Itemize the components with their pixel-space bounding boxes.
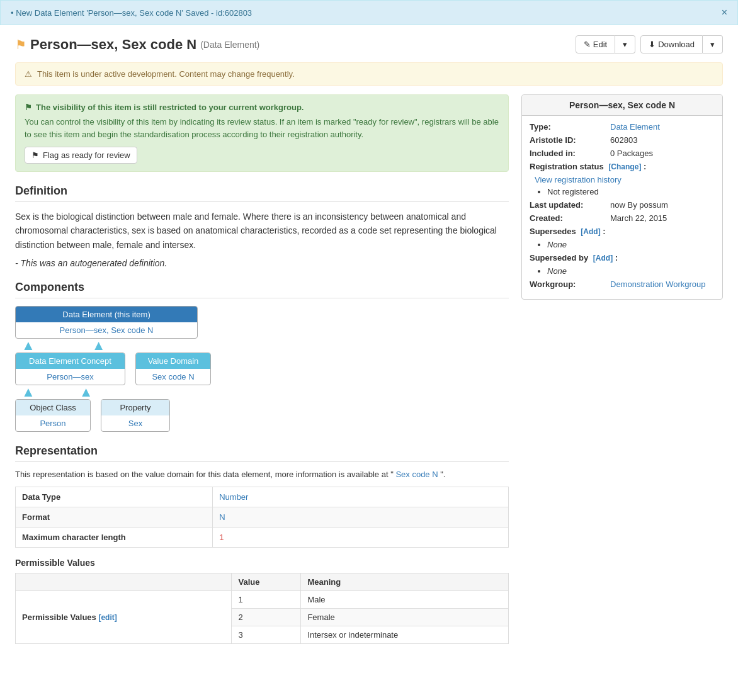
included-label: Included in:: [530, 149, 605, 158]
arrow-oc: ▲: [21, 385, 35, 399]
info-panel-body: Type: Data Element Aristotle ID: 602803 …: [522, 116, 722, 299]
dec-box: Data Element Concept Person—sex: [15, 353, 125, 385]
supersedes-label: Supersedes [Add] :: [530, 227, 606, 236]
perm-values-title: Permissible Values: [15, 558, 509, 568]
oc-link[interactable]: Person: [40, 419, 65, 428]
max-char-value: 1: [213, 528, 509, 548]
last-updated-value: now By possum: [610, 200, 668, 210]
add-link-1[interactable]: [Add]: [581, 227, 600, 236]
view-history-link[interactable]: View registration history: [535, 175, 715, 184]
definition-section-title: Definition: [15, 184, 509, 202]
reg-status-label: Registration status [Change] :: [530, 162, 646, 171]
vd-link[interactable]: Sex code N: [152, 372, 194, 381]
superseded-by-none-item: None: [547, 266, 715, 276]
perm-meaning-cell: Female: [301, 609, 509, 626]
representation-table: Data Type Number Format N Maximum charac…: [15, 487, 509, 548]
sidebar: Person—sex, Sex code N Type: Data Elemen…: [521, 94, 723, 644]
perm-edit-link[interactable]: [edit]: [98, 613, 116, 622]
dec-link[interactable]: Person—sex: [47, 372, 93, 381]
permissible-values-table: Value Meaning Permissible Values [edit]1…: [15, 573, 509, 644]
edit-icon: ✎: [584, 40, 591, 49]
oc-value: Person: [16, 415, 90, 431]
data-element-header: Data Element (this item): [16, 307, 197, 322]
components-diagram: Data Element (this item) Person—sex, Sex…: [15, 306, 509, 432]
type-row: Type: Data Element: [530, 122, 715, 132]
edit-dropdown-button[interactable]: ▾: [615, 35, 635, 54]
change-link[interactable]: [Change]: [608, 162, 641, 171]
edit-button-group: ✎ Edit ▾: [576, 35, 635, 54]
arrow-vd: ▲: [92, 339, 106, 353]
type-badge: (Data Element): [200, 40, 259, 50]
reg-status-details: View registration history Not registered: [530, 175, 715, 196]
download-icon: ⬇: [649, 40, 656, 49]
supersedes-none-item: None: [547, 240, 715, 249]
perm-row-header: [16, 573, 232, 591]
data-type-value: Number: [213, 487, 509, 507]
visibility-box: ⚑ The visibility of this item is still r…: [15, 94, 509, 172]
flag-icon: ⚑: [25, 103, 32, 112]
workgroup-value: Demonstration Workgroup: [610, 279, 706, 289]
header-actions: ✎ Edit ▾ ⬇ Download ▾: [576, 35, 723, 54]
main-layout: ⚑ The visibility of this item is still r…: [15, 94, 723, 644]
perm-value-cell: 2: [232, 609, 301, 626]
created-label: Created:: [530, 213, 605, 223]
definition-text: Sex is the biological distinction betwee…: [15, 210, 509, 252]
workgroup-row: Workgroup: Demonstration Workgroup: [530, 279, 715, 289]
meaning-col-header: Meaning: [301, 573, 509, 591]
format-value: N: [213, 507, 509, 528]
main-content: ⚑ The visibility of this item is still r…: [15, 94, 509, 644]
data-type-row: Data Type Number: [16, 487, 509, 507]
prop-box: Property Sex: [101, 399, 170, 432]
notification-bar: • New Data Element 'Person—sex, Sex code…: [0, 0, 738, 25]
perm-meaning-cell: Male: [301, 591, 509, 609]
vd-header: Value Domain: [136, 353, 210, 369]
perm-value-row: Permissible Values [edit]1Male: [16, 591, 509, 609]
perm-value-cell: 3: [232, 626, 301, 644]
sex-code-n-link[interactable]: Sex code N: [394, 470, 440, 479]
last-updated-label: Last updated:: [530, 200, 605, 210]
vd-value: Sex code N: [136, 369, 210, 385]
perm-meaning-cell: Intersex or indeterminate: [301, 626, 509, 644]
visibility-description: You can control the visibility of this i…: [25, 116, 499, 140]
perm-value-cell: 1: [232, 591, 301, 609]
notification-close-button[interactable]: ×: [722, 7, 727, 18]
components-section-title: Components: [15, 281, 509, 298]
add-link-2[interactable]: [Add]: [593, 254, 613, 262]
download-button-group: ⬇ Download ▾: [640, 35, 723, 54]
created-row: Created: March 22, 2015: [530, 213, 715, 223]
prop-value: Sex: [101, 415, 169, 431]
oc-header: Object Class: [16, 400, 90, 415]
last-updated-row: Last updated: now By possum: [530, 200, 715, 210]
arrow-dec: ▲: [21, 339, 35, 353]
download-dropdown-button[interactable]: ▾: [703, 35, 723, 54]
data-element-box: Data Element (this item) Person—sex, Sex…: [15, 306, 198, 339]
data-element-link[interactable]: Person—sex, Sex code N: [60, 325, 154, 335]
autogen-text: - This was an autogenerated definition.: [15, 258, 509, 268]
download-button[interactable]: ⬇ Download: [640, 35, 703, 54]
flag-btn-icon: ⚑: [31, 150, 39, 160]
reg-status-row: Registration status [Change] :: [530, 162, 715, 171]
bookmark-icon: ⚑: [15, 37, 26, 52]
prop-header: Property: [101, 400, 169, 415]
format-row: Format N: [16, 507, 509, 528]
flag-ready-review-button[interactable]: ⚑ Flag as ready for review: [25, 147, 137, 164]
aristotle-label: Aristotle ID:: [530, 135, 605, 145]
created-value: March 22, 2015: [610, 213, 667, 223]
workgroup-link[interactable]: Demonstration Workgroup: [610, 279, 706, 289]
page-header: ⚑ Person—sex, Sex code N (Data Element) …: [15, 35, 723, 54]
dec-value: Person—sex: [16, 369, 125, 385]
info-panel: Person—sex, Sex code N Type: Data Elemen…: [521, 94, 723, 300]
included-row: Included in: 0 Packages: [530, 149, 715, 158]
type-link[interactable]: Data Element: [610, 122, 660, 132]
edit-button[interactable]: ✎ Edit: [576, 35, 615, 54]
vd-box: Value Domain Sex code N: [135, 353, 211, 385]
page-title: Person—sex, Sex code N: [30, 37, 196, 53]
warning-text: This item is under active development. C…: [37, 69, 295, 79]
visibility-title: ⚑ The visibility of this item is still r…: [25, 103, 499, 112]
format-label: Format: [16, 507, 213, 528]
superseded-by-label: Superseded by [Add] :: [530, 253, 618, 262]
prop-link[interactable]: Sex: [128, 419, 142, 428]
data-type-label: Data Type: [16, 487, 213, 507]
representation-text: This representation is based on the valu…: [15, 470, 509, 479]
type-label: Type:: [530, 122, 605, 132]
